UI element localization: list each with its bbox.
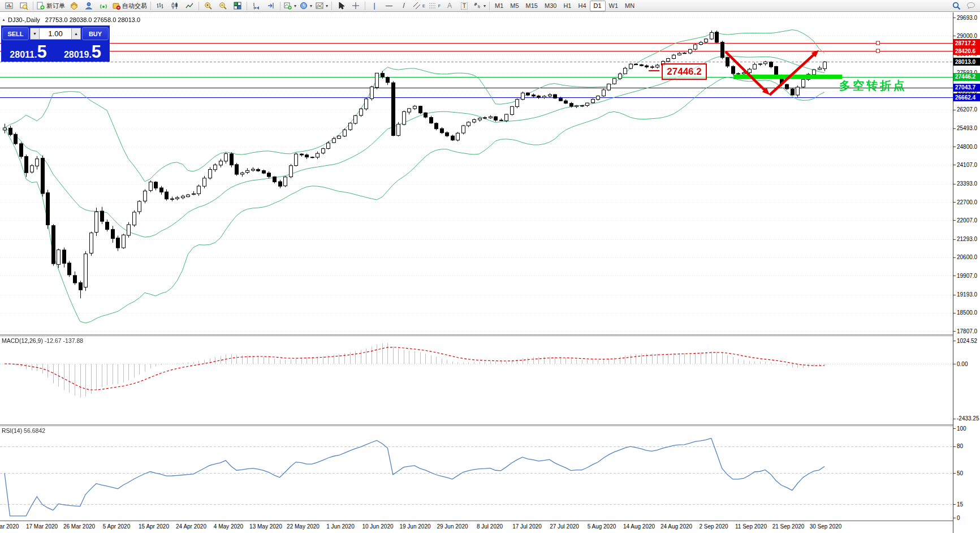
buy-button[interactable]: BUY xyxy=(82,27,109,40)
trade-prices-row: 28011.5 28019.5 xyxy=(1,41,110,62)
trendline-tool-button[interactable]: / xyxy=(396,0,411,11)
rsi-value: 56.6842 xyxy=(24,427,45,434)
macd-name: MACD(12,26,9) xyxy=(2,337,43,344)
price-tick-mark xyxy=(953,239,956,240)
add-indicator-button[interactable]: ▾ xyxy=(282,0,298,11)
timeframe-w1[interactable]: W1 xyxy=(606,1,622,11)
new-chart-window-button[interactable] xyxy=(2,0,16,11)
dropdown-caret-icon: ▾ xyxy=(483,3,486,8)
channel-tool-button[interactable]: E xyxy=(411,0,427,11)
date-tick-label: 29 Jun 2020 xyxy=(437,523,468,530)
macd-values: -12.67 -137.88 xyxy=(45,337,83,344)
price-tag: 27446.2 xyxy=(953,73,980,81)
price-tick-label: 25493.0 xyxy=(957,125,977,131)
scripts-button[interactable] xyxy=(67,0,81,11)
text-tool-button[interactable]: A xyxy=(442,0,457,11)
line-chart-button[interactable] xyxy=(182,0,197,11)
signal-button[interactable] xyxy=(96,0,111,11)
one-click-collapse-icon[interactable]: ▲ xyxy=(2,18,6,22)
timeframe-d1[interactable]: D1 xyxy=(590,1,606,11)
search-button[interactable] xyxy=(949,0,964,11)
timeframe-m1[interactable]: M1 xyxy=(491,1,507,11)
toolbar-separator xyxy=(331,2,332,10)
timeframe-mn[interactable]: MN xyxy=(621,1,638,11)
channel-icon xyxy=(413,2,421,10)
candlestick-button[interactable] xyxy=(167,0,182,11)
rsi-tick-mark xyxy=(953,504,956,505)
new-order-button[interactable]: 新订单 xyxy=(35,0,67,11)
fibonacci-tool-button[interactable]: F xyxy=(427,0,442,11)
date-tick-label: 19 Jun 2020 xyxy=(399,523,430,530)
price-tick-label: 19907.0 xyxy=(957,273,977,279)
date-tick-label: 27 Jul 2020 xyxy=(550,523,579,530)
macd-axis-label: 1024.52 xyxy=(957,338,977,344)
date-tick-label: 22 May 2020 xyxy=(287,523,320,530)
templates-button[interactable]: ▾ xyxy=(314,0,330,11)
rsi-name: RSI(14) xyxy=(2,427,22,434)
timeframe-h1[interactable]: H1 xyxy=(560,1,575,11)
arrows-tool-button[interactable]: ▾ xyxy=(472,0,487,11)
price-tick-label: 26207.0 xyxy=(957,106,977,113)
timeframe-m5[interactable]: M5 xyxy=(507,1,522,11)
periods-button[interactable]: ▾ xyxy=(298,0,314,11)
rsi-tick-mark xyxy=(953,446,956,447)
tile-windows-icon xyxy=(234,2,241,10)
chart-ohlc-values: 27753.0 28038.0 27658.0 28013.0 xyxy=(45,16,140,23)
macd-panel-canvas[interactable] xyxy=(0,336,953,424)
cursor-tool-button[interactable] xyxy=(334,0,348,11)
timeframe-h4[interactable]: H4 xyxy=(575,1,589,11)
price-tick-label: 19193.0 xyxy=(957,291,977,298)
price-tick-label: 24800.0 xyxy=(957,144,977,150)
vertical-line-tool-button[interactable]: | xyxy=(367,0,382,11)
chart-shift-button[interactable] xyxy=(249,0,264,11)
chat-button[interactable] xyxy=(964,0,978,11)
rsi-panel-canvas[interactable] xyxy=(0,426,953,520)
chart-window-icon xyxy=(5,2,13,10)
timeframe-m30[interactable]: M30 xyxy=(541,1,560,11)
price-tick-mark xyxy=(953,257,956,258)
price-axis: 29693.029000.028307.027593.026900.026207… xyxy=(953,12,980,533)
timeframe-m15[interactable]: M15 xyxy=(523,1,541,11)
auto-scroll-icon xyxy=(267,2,275,10)
volume-increase-button[interactable]: ▲ xyxy=(71,28,81,40)
toolbar-separator xyxy=(33,2,33,10)
price-chart-canvas[interactable] xyxy=(0,12,953,334)
community-button[interactable] xyxy=(81,0,96,11)
zoom-out-icon xyxy=(219,2,227,10)
volume-input[interactable] xyxy=(40,28,71,40)
arrows-icon xyxy=(473,2,481,10)
tile-windows-button[interactable] xyxy=(230,0,245,11)
sell-price[interactable]: 28011.5 xyxy=(1,41,55,62)
toolbar-separator xyxy=(150,2,151,10)
zoom-out-button[interactable] xyxy=(215,0,230,11)
auto-scroll-button[interactable] xyxy=(264,0,278,11)
horizontal-line-tool-button[interactable]: — xyxy=(382,0,396,11)
buy-price[interactable]: 28019.5 xyxy=(55,41,110,62)
buy-price-main: 28019 xyxy=(64,50,89,60)
rsi-label: RSI(14) 56.6842 xyxy=(2,427,45,434)
bar-chart-button[interactable] xyxy=(153,0,167,11)
price-tick-label: 23393.0 xyxy=(957,180,977,187)
crosshair-tool-button[interactable] xyxy=(348,0,363,11)
price-tick-label: 20600.0 xyxy=(957,254,977,260)
price-tick-label: 22007.0 xyxy=(957,217,977,223)
zoom-in-button[interactable] xyxy=(201,0,215,11)
volume-spinner: ▼ ▲ xyxy=(30,28,81,40)
sell-button[interactable]: SELL xyxy=(2,27,29,40)
new-order-icon xyxy=(37,2,45,10)
price-tag: 26662.4 xyxy=(953,93,980,101)
date-tick-label: 5 Apr 2020 xyxy=(103,523,130,530)
one-click-trading-panel: SELL ▼ ▲ BUY 28011.5 28019.5 xyxy=(1,25,110,62)
profiles-button[interactable] xyxy=(16,0,31,11)
date-tick-label: 17 Jul 2020 xyxy=(512,523,542,530)
price-tick-label: 24107.0 xyxy=(957,162,977,168)
price-tick-label: 29000.0 xyxy=(957,33,977,39)
volume-decrease-button[interactable]: ▼ xyxy=(30,28,40,40)
auto-trading-button[interactable]: 自动交易 xyxy=(111,0,149,11)
clock-icon xyxy=(300,2,308,10)
price-callout-box[interactable]: 27446.2 xyxy=(662,63,707,80)
line-chart-icon xyxy=(185,2,193,10)
date-tick-label: 3 Mar 2020 xyxy=(0,523,19,530)
label-tool-button[interactable]: T xyxy=(457,0,472,11)
macd-axis-label: -2433.25 xyxy=(957,415,979,422)
